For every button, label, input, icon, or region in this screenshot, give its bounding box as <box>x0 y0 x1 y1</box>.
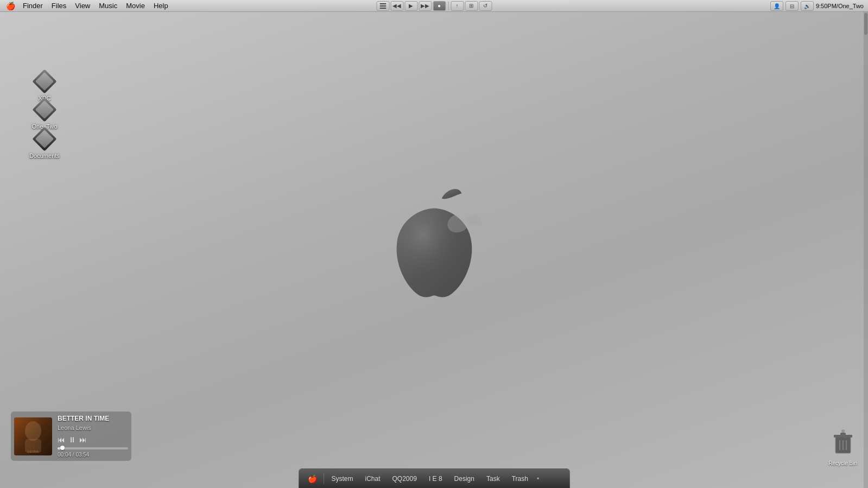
svg-point-5 <box>25 421 41 441</box>
xdc-icon-img <box>34 71 55 92</box>
prev-track-btn[interactable]: ⏮ <box>58 435 65 444</box>
taskbar: 🍎 System iChat QQ2009 I E 8 Design Task … <box>299 468 570 488</box>
album-art-inner: LEONA <box>14 417 52 455</box>
taskbar-qq2009[interactable]: QQ2009 <box>387 473 422 485</box>
toolbar-folder-btn[interactable]: ⊞ <box>465 1 478 11</box>
apple-logo-svg <box>380 183 489 303</box>
svg-point-15 <box>841 429 845 433</box>
taskbar-more-indicator[interactable]: • <box>535 473 541 485</box>
total-time: 03:54 <box>75 452 89 458</box>
toolbar-circle-btn[interactable]: ● <box>433 1 446 11</box>
progress-knob[interactable] <box>60 446 65 450</box>
menu-bar: 🍎 Finder Files View Music Movie Help ◀◀ … <box>0 0 868 12</box>
toolbar-play-btn[interactable]: ▶ <box>404 1 417 11</box>
taskbar-system[interactable]: System <box>326 473 359 485</box>
svg-rect-14 <box>840 433 846 435</box>
taskbar-task[interactable]: Task <box>481 473 505 485</box>
taskbar-apple-icon[interactable]: 🍎 <box>303 472 321 485</box>
menu-files[interactable]: Files <box>47 1 71 11</box>
toolbar-next-btn[interactable]: ▶▶ <box>419 1 432 11</box>
toolbar-sidebar-btn[interactable]: ⊟ <box>785 1 799 11</box>
song-title: BETTER IN TIME <box>58 415 128 422</box>
apple-menu-icon[interactable]: 🍎 <box>4 0 16 12</box>
clock-display: 9:50PM/One_Two <box>816 3 864 9</box>
scrollbar-thumb[interactable] <box>864 13 867 35</box>
toolbar-icon-btn[interactable] <box>376 1 389 11</box>
taskbar-sep-1 <box>324 473 324 484</box>
onetwo-icon-img <box>34 99 55 121</box>
desktop-icon-onetwo[interactable]: One_Two <box>23 99 66 130</box>
diamond-icon <box>32 69 56 93</box>
taskbar-trash[interactable]: Trash <box>506 473 534 485</box>
menu-help[interactable]: Help <box>149 1 173 11</box>
documents-icon-img <box>34 128 55 150</box>
recycle-bin-label: Recycle Bin <box>828 460 857 466</box>
menu-bar-right: 👤 ⊟ 🔊 9:50PM/One_Two <box>770 0 868 12</box>
svg-rect-0 <box>379 3 386 4</box>
menu-finder[interactable]: Finder <box>18 1 47 11</box>
player-controls: ⏮ ⏸ ⏭ <box>58 435 128 444</box>
toolbar-user-btn[interactable]: 👤 <box>770 1 783 11</box>
menu-view[interactable]: View <box>71 1 94 11</box>
toolbar-prev-btn[interactable]: ◀◀ <box>390 1 403 11</box>
toolbar-upload-btn[interactable]: ↑ <box>451 1 464 11</box>
pause-btn[interactable]: ⏸ <box>68 435 76 444</box>
diamond-icon-2 <box>32 97 56 122</box>
player-info: BETTER IN TIME Leona Lewis ⏮ ⏸ ⏭ 00:04 /… <box>58 415 128 458</box>
music-player: LEONA BETTER IN TIME Leona Lewis ⏮ ⏸ ⏭ 0… <box>11 411 131 461</box>
artist-name: Leona Lewis <box>58 424 128 431</box>
taskbar-ichat[interactable]: iChat <box>360 473 386 485</box>
taskbar-design[interactable]: Design <box>449 473 480 485</box>
desktop-icon-documents[interactable]: Documents <box>23 128 66 160</box>
recycle-bin-icon <box>830 428 856 458</box>
current-time: 00:04 <box>58 452 71 458</box>
time-display: 00:04 / 03:54 <box>58 452 128 458</box>
menu-music[interactable]: Music <box>94 1 122 11</box>
svg-rect-1 <box>379 5 386 7</box>
menu-movie[interactable]: Movie <box>122 1 149 11</box>
toolbar-controls: ◀◀ ▶ ▶▶ ● ↑ ⊞ ↺ <box>376 1 492 11</box>
toolbar-sep <box>448 2 448 10</box>
diamond-icon-3 <box>32 126 56 151</box>
taskbar-ie8[interactable]: I E 8 <box>423 473 448 485</box>
right-scrollbar[interactable] <box>864 12 868 488</box>
documents-icon-label: Documents <box>27 152 62 160</box>
menu-bar-left: 🍎 Finder Files View Music Movie Help <box>0 0 173 12</box>
toolbar-volume-btn[interactable]: 🔊 <box>801 1 814 11</box>
svg-text:LEONA: LEONA <box>28 450 39 453</box>
toolbar-sync-btn[interactable]: ↺ <box>479 1 492 11</box>
recycle-bin[interactable]: Recycle Bin <box>828 428 857 466</box>
next-track-btn[interactable]: ⏭ <box>79 435 87 444</box>
progress-bar[interactable] <box>58 447 128 449</box>
album-art: LEONA <box>14 417 52 455</box>
svg-rect-2 <box>379 8 386 9</box>
apple-logo-center <box>380 183 489 305</box>
